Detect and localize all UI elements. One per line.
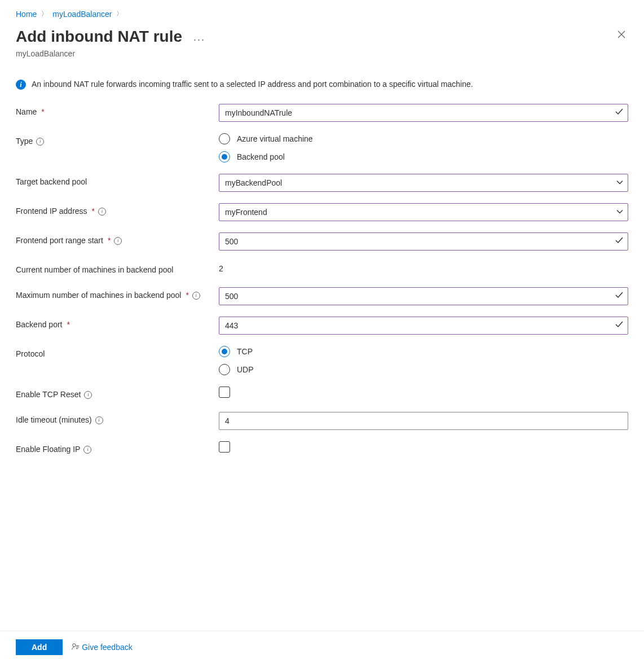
page-title: Add inbound NAT rule [16,28,182,46]
backend-port-input[interactable] [219,317,628,335]
target-backend-pool-select[interactable] [219,174,628,192]
breadcrumb: Home 〉 myLoadBalancer 〉 [16,9,628,19]
radio-icon [219,133,230,144]
protocol-label: Protocol [16,346,202,360]
help-icon[interactable]: i [114,237,122,245]
help-icon[interactable]: i [83,446,91,454]
radio-label: UDP [237,365,254,374]
info-banner: i An inbound NAT rule forwards incoming … [16,78,628,90]
radio-label: TCP [237,347,253,356]
max-machines-label: Maximum number of machines in backend po… [16,287,202,301]
idle-timeout-label: Idle timeout (minutes) i [16,412,202,426]
info-text: An inbound NAT rule forwards incoming tr… [32,78,473,90]
breadcrumb-home[interactable]: Home [16,10,37,19]
frontend-port-start-label: Frontend port range start* i [16,232,202,247]
backend-port-label: Backend port* [16,317,202,331]
idle-timeout-input[interactable] [219,412,628,430]
frontend-ip-select[interactable] [219,203,628,221]
protocol-radio-tcp[interactable]: TCP [219,346,628,357]
name-label: Name* [16,104,202,118]
name-input[interactable] [219,104,628,122]
target-backend-pool-label: Target backend pool [16,174,202,188]
radio-label: Backend pool [237,152,285,161]
radio-icon [219,151,230,163]
radio-label: Azure virtual machine [237,134,313,143]
chevron-right-icon: 〉 [41,9,48,19]
floating-ip-label: Enable Floating IP i [16,441,202,455]
help-icon[interactable]: i [36,138,44,146]
frontend-port-start-input[interactable] [219,232,628,251]
close-button[interactable] [615,28,628,43]
breadcrumb-resource[interactable]: myLoadBalancer [52,10,112,19]
current-machines-value: 2 [219,262,628,273]
radio-icon [219,364,230,375]
page-subtitle: myLoadBalancer [16,49,205,58]
type-radio-vm[interactable]: Azure virtual machine [219,133,628,144]
protocol-radio-udp[interactable]: UDP [219,364,628,375]
max-machines-input[interactable] [219,287,628,305]
type-label: Type i [16,133,202,147]
tcp-reset-checkbox[interactable] [219,387,230,398]
help-icon[interactable]: i [98,208,106,216]
type-radio-backend-pool[interactable]: Backend pool [219,151,628,163]
chevron-right-icon: 〉 [116,9,123,19]
help-icon[interactable]: i [84,391,92,399]
help-icon[interactable]: i [95,416,103,424]
more-actions-button[interactable]: ··· [193,34,205,46]
current-machines-label: Current number of machines in backend po… [16,262,202,276]
frontend-ip-label: Frontend IP address* i [16,203,202,217]
help-icon[interactable]: i [192,292,200,300]
floating-ip-checkbox[interactable] [219,441,230,453]
info-icon: i [16,80,26,90]
radio-icon [219,346,230,357]
tcp-reset-label: Enable TCP Reset i [16,387,202,401]
close-icon [617,30,626,39]
